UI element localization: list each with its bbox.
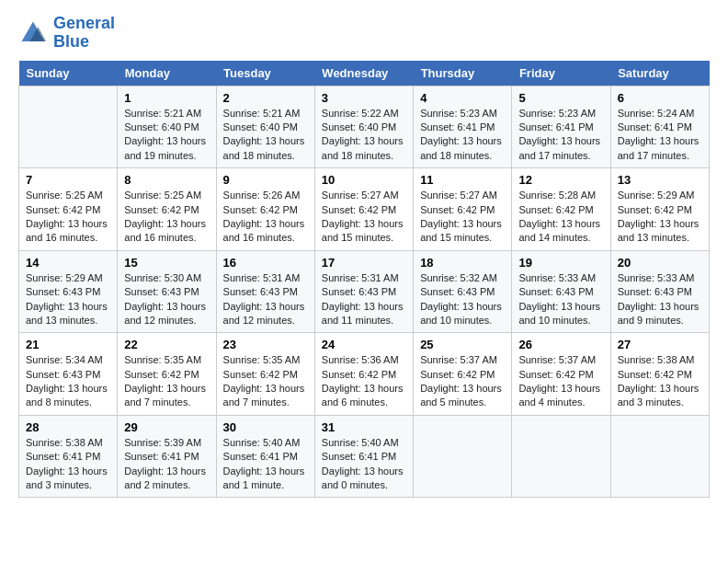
- cell-info: Sunrise: 5:38 AM Sunset: 6:42 PM Dayligh…: [618, 353, 702, 410]
- logo-text: General Blue: [53, 15, 115, 52]
- cell-date: 18: [420, 256, 505, 270]
- header-friday: Friday: [512, 61, 610, 86]
- cell-date: 20: [618, 256, 702, 270]
- cell-info: Sunrise: 5:31 AM Sunset: 6:43 PM Dayligh…: [322, 271, 406, 328]
- week-row-2: 7Sunrise: 5:25 AM Sunset: 6:42 PM Daylig…: [19, 168, 710, 251]
- cell-date: 4: [420, 91, 505, 105]
- cell-date: 27: [618, 338, 702, 351]
- header-tuesday: Tuesday: [216, 61, 314, 86]
- calendar-cell: 18Sunrise: 5:32 AM Sunset: 6:43 PM Dayli…: [414, 250, 512, 333]
- calendar-cell: 19Sunrise: 5:33 AM Sunset: 6:43 PM Dayli…: [512, 250, 610, 333]
- cell-date: 9: [223, 173, 308, 187]
- calendar-cell: 29Sunrise: 5:39 AM Sunset: 6:41 PM Dayli…: [118, 415, 216, 498]
- calendar-cell: 24Sunrise: 5:36 AM Sunset: 6:42 PM Dayli…: [314, 333, 413, 416]
- cell-date: 1: [124, 91, 209, 105]
- cell-info: Sunrise: 5:26 AM Sunset: 6:42 PM Dayligh…: [223, 189, 308, 246]
- cell-date: 5: [518, 91, 603, 105]
- cell-date: 19: [518, 256, 603, 270]
- calendar-cell: 15Sunrise: 5:30 AM Sunset: 6:43 PM Dayli…: [118, 250, 216, 333]
- cell-info: Sunrise: 5:21 AM Sunset: 6:40 PM Dayligh…: [223, 107, 308, 164]
- header-wednesday: Wednesday: [314, 61, 413, 86]
- cell-date: 24: [322, 338, 406, 351]
- cell-date: 6: [618, 91, 702, 105]
- calendar-cell: 4Sunrise: 5:23 AM Sunset: 6:41 PM Daylig…: [414, 86, 512, 168]
- cell-date: 28: [26, 420, 110, 434]
- cell-date: 13: [618, 173, 702, 187]
- cell-info: Sunrise: 5:23 AM Sunset: 6:41 PM Dayligh…: [518, 107, 603, 164]
- cell-date: 22: [124, 338, 209, 351]
- cell-date: 10: [322, 173, 406, 187]
- calendar-cell: 20Sunrise: 5:33 AM Sunset: 6:43 PM Dayli…: [610, 250, 709, 333]
- calendar-cell: [19, 86, 118, 168]
- cell-info: Sunrise: 5:37 AM Sunset: 6:42 PM Dayligh…: [420, 353, 505, 410]
- calendar-cell: 30Sunrise: 5:40 AM Sunset: 6:41 PM Dayli…: [216, 415, 314, 498]
- cell-info: Sunrise: 5:32 AM Sunset: 6:43 PM Dayligh…: [420, 271, 505, 328]
- cell-info: Sunrise: 5:40 AM Sunset: 6:41 PM Dayligh…: [223, 436, 308, 493]
- week-row-5: 28Sunrise: 5:38 AM Sunset: 6:41 PM Dayli…: [19, 415, 710, 498]
- calendar-cell: 11Sunrise: 5:27 AM Sunset: 6:42 PM Dayli…: [414, 168, 512, 251]
- calendar-cell: 22Sunrise: 5:35 AM Sunset: 6:42 PM Dayli…: [118, 333, 216, 416]
- calendar-cell: 12Sunrise: 5:28 AM Sunset: 6:42 PM Dayli…: [512, 168, 610, 251]
- cell-info: Sunrise: 5:22 AM Sunset: 6:40 PM Dayligh…: [322, 107, 406, 164]
- logo-icon: [18, 18, 48, 48]
- cell-info: Sunrise: 5:27 AM Sunset: 6:42 PM Dayligh…: [420, 189, 505, 246]
- week-row-4: 21Sunrise: 5:34 AM Sunset: 6:43 PM Dayli…: [19, 333, 710, 416]
- cell-info: Sunrise: 5:24 AM Sunset: 6:41 PM Dayligh…: [618, 107, 702, 164]
- cell-info: Sunrise: 5:38 AM Sunset: 6:41 PM Dayligh…: [26, 436, 110, 493]
- calendar-cell: [512, 415, 610, 498]
- calendar-cell: 5Sunrise: 5:23 AM Sunset: 6:41 PM Daylig…: [512, 86, 610, 168]
- cell-date: 23: [223, 338, 308, 351]
- cell-info: Sunrise: 5:23 AM Sunset: 6:41 PM Dayligh…: [420, 107, 505, 164]
- cell-date: 17: [322, 256, 406, 270]
- cell-date: 11: [420, 173, 505, 187]
- header-thursday: Thursday: [414, 61, 512, 86]
- cell-info: Sunrise: 5:30 AM Sunset: 6:43 PM Dayligh…: [124, 271, 209, 328]
- calendar-table: SundayMondayTuesdayWednesdayThursdayFrid…: [18, 61, 710, 499]
- calendar-cell: [610, 415, 709, 498]
- cell-date: 8: [124, 173, 209, 187]
- cell-info: Sunrise: 5:29 AM Sunset: 6:42 PM Dayligh…: [618, 189, 702, 246]
- calendar-cell: 23Sunrise: 5:35 AM Sunset: 6:42 PM Dayli…: [216, 333, 314, 416]
- calendar-cell: 6Sunrise: 5:24 AM Sunset: 6:41 PM Daylig…: [610, 86, 709, 168]
- header-saturday: Saturday: [610, 61, 709, 86]
- calendar-cell: 28Sunrise: 5:38 AM Sunset: 6:41 PM Dayli…: [19, 415, 118, 498]
- cell-date: 29: [124, 420, 209, 434]
- cell-info: Sunrise: 5:31 AM Sunset: 6:43 PM Dayligh…: [223, 271, 308, 328]
- calendar-cell: 27Sunrise: 5:38 AM Sunset: 6:42 PM Dayli…: [610, 333, 709, 416]
- cell-info: Sunrise: 5:33 AM Sunset: 6:43 PM Dayligh…: [518, 271, 603, 328]
- calendar-cell: 25Sunrise: 5:37 AM Sunset: 6:42 PM Dayli…: [414, 333, 512, 416]
- cell-info: Sunrise: 5:36 AM Sunset: 6:42 PM Dayligh…: [322, 353, 406, 410]
- cell-info: Sunrise: 5:25 AM Sunset: 6:42 PM Dayligh…: [124, 189, 209, 246]
- calendar-cell: 26Sunrise: 5:37 AM Sunset: 6:42 PM Dayli…: [512, 333, 610, 416]
- cell-date: 15: [124, 256, 209, 270]
- calendar-cell: 21Sunrise: 5:34 AM Sunset: 6:43 PM Dayli…: [19, 333, 118, 416]
- cell-date: 31: [322, 420, 406, 434]
- calendar-cell: 8Sunrise: 5:25 AM Sunset: 6:42 PM Daylig…: [118, 168, 216, 251]
- calendar-cell: 3Sunrise: 5:22 AM Sunset: 6:40 PM Daylig…: [314, 86, 413, 168]
- page-header: General Blue: [18, 15, 710, 52]
- cell-date: 25: [420, 338, 505, 351]
- cell-info: Sunrise: 5:39 AM Sunset: 6:41 PM Dayligh…: [124, 436, 209, 493]
- calendar-cell: [414, 415, 512, 498]
- calendar-cell: 7Sunrise: 5:25 AM Sunset: 6:42 PM Daylig…: [19, 168, 118, 251]
- cell-date: 7: [26, 173, 110, 187]
- calendar-cell: 17Sunrise: 5:31 AM Sunset: 6:43 PM Dayli…: [314, 250, 413, 333]
- cell-date: 14: [26, 256, 110, 270]
- cell-date: 12: [518, 173, 603, 187]
- calendar-header-row: SundayMondayTuesdayWednesdayThursdayFrid…: [19, 61, 710, 86]
- logo: General Blue: [18, 15, 115, 52]
- header-monday: Monday: [118, 61, 216, 86]
- cell-date: 21: [26, 338, 110, 351]
- cell-info: Sunrise: 5:21 AM Sunset: 6:40 PM Dayligh…: [124, 107, 209, 164]
- calendar-cell: 2Sunrise: 5:21 AM Sunset: 6:40 PM Daylig…: [216, 86, 314, 168]
- cell-info: Sunrise: 5:33 AM Sunset: 6:43 PM Dayligh…: [618, 271, 702, 328]
- cell-date: 30: [223, 420, 308, 434]
- cell-date: 3: [322, 91, 406, 105]
- cell-date: 26: [518, 338, 603, 351]
- cell-info: Sunrise: 5:28 AM Sunset: 6:42 PM Dayligh…: [518, 189, 603, 246]
- calendar-cell: 9Sunrise: 5:26 AM Sunset: 6:42 PM Daylig…: [216, 168, 314, 251]
- cell-date: 16: [223, 256, 308, 270]
- cell-info: Sunrise: 5:35 AM Sunset: 6:42 PM Dayligh…: [124, 353, 209, 410]
- calendar-cell: 14Sunrise: 5:29 AM Sunset: 6:43 PM Dayli…: [19, 250, 118, 333]
- calendar-cell: 1Sunrise: 5:21 AM Sunset: 6:40 PM Daylig…: [118, 86, 216, 168]
